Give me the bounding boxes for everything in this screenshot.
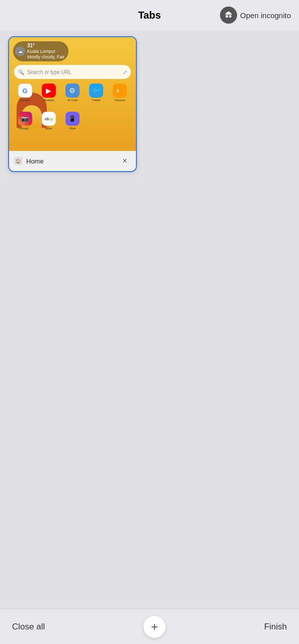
svg-point-1	[229, 15, 232, 18]
app-icons-row2: 📷 Instagr... eBay eBay 📱 Viber	[14, 112, 131, 130]
weather-info: 31° Kuala Lumpur Mostly cloudy, Fair	[27, 43, 64, 60]
svg-point-0	[226, 15, 228, 18]
expand-icon: ⤢	[123, 69, 127, 75]
finish-button[interactable]: Finish	[264, 622, 287, 632]
google-icon: G	[18, 84, 32, 98]
weather-widget: ☁ 31° Kuala Lumpur Mostly cloudy, Fair	[13, 41, 68, 61]
incognito-label: Open incognito	[240, 11, 291, 20]
tab-card[interactable]: ☁ 31° Kuala Lumpur Mostly cloudy, Fair 🔍…	[8, 36, 137, 172]
app-google: G Google	[14, 84, 36, 102]
viber-icon: 📱	[65, 112, 80, 126]
amazon-icon: a	[113, 84, 127, 98]
search-bar-preview: 🔍 Search or type URL ⤢	[14, 65, 131, 79]
app-aichat: ⚙ AI Chat	[61, 84, 83, 102]
tab-close-button[interactable]: ×	[119, 155, 131, 167]
incognito-icon	[220, 7, 237, 24]
page-title: Tabs	[138, 10, 161, 21]
weather-icon: ☁	[15, 46, 25, 56]
header: Tabs Open incognito	[0, 0, 299, 30]
ebay-icon: eBay	[42, 112, 56, 126]
app-amazon: a Amazon	[109, 84, 131, 102]
tab-title-label: Home	[26, 157, 115, 165]
svg-text:a: a	[117, 88, 120, 93]
open-incognito-button[interactable]: Open incognito	[220, 7, 291, 24]
aichat-icon: ⚙	[65, 84, 80, 98]
search-icon-small: 🔍	[18, 69, 24, 75]
app-viber: 📱 Viber	[61, 112, 83, 130]
tab-preview: ☁ 31° Kuala Lumpur Mostly cloudy, Fair 🔍…	[9, 37, 136, 153]
instagram-icon: 📷	[18, 112, 32, 126]
app-youtube: ▶ Youtube	[38, 84, 59, 102]
app-ebay: eBay eBay	[38, 112, 59, 130]
svg-rect-2	[225, 14, 232, 15]
twitter-icon: 🐦	[89, 84, 103, 98]
tab-favicon: 🏠	[14, 157, 22, 165]
bottom-bar: Close all + Finish	[0, 609, 299, 644]
tab-footer: 🏠 Home ×	[9, 151, 136, 171]
app-twitter: 🐦 Twitter	[86, 84, 107, 102]
close-all-button[interactable]: Close all	[12, 622, 45, 632]
youtube-icon: ▶	[42, 84, 56, 98]
add-tab-button[interactable]: +	[143, 616, 166, 638]
app-instagram: 📷 Instagr...	[14, 112, 36, 130]
tabs-area: ☁ 31° Kuala Lumpur Mostly cloudy, Fair 🔍…	[0, 30, 299, 178]
search-placeholder-text: Search or type URL	[27, 69, 120, 75]
app-icons-row1: G Google ▶ Youtube ⚙ AI Chat 🐦 Twitter	[14, 84, 131, 102]
